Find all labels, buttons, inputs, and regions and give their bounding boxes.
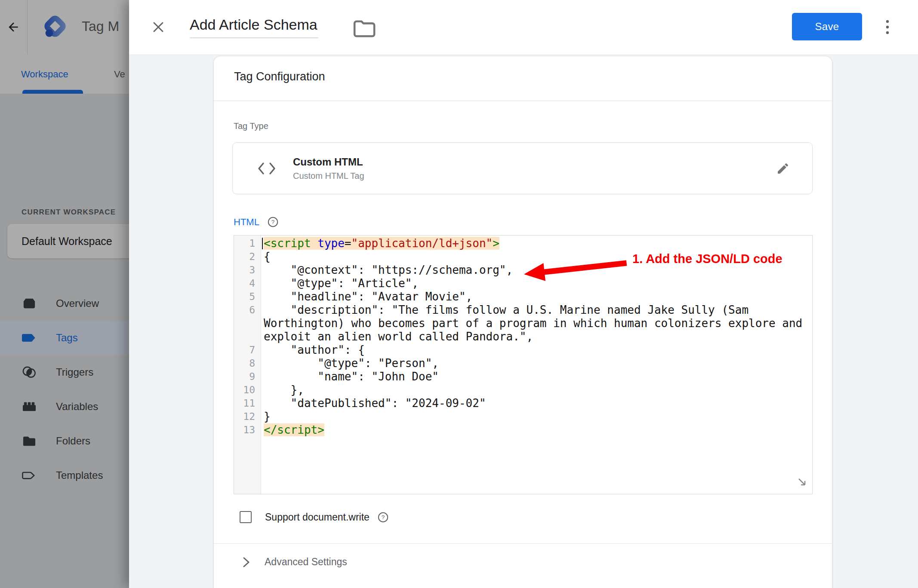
annotation-arrow [521,257,630,284]
advanced-settings-label: Advanced Settings [265,556,347,568]
more-options-button[interactable] [885,19,890,38]
kebab-icon [885,19,890,36]
line-number [234,317,261,330]
help-icon: ? [267,216,279,228]
line-number: 11 [234,397,261,410]
code-text: "@type": "Person", [261,357,439,370]
code-line: 11 "datePublished": "2024-09-02" [234,397,812,410]
tag-type-description: Custom HTML Tag [293,171,364,181]
help-icon: ? [377,511,389,523]
section-title: Tag Configuration [234,70,325,83]
code-text: { [261,250,271,263]
pencil-icon [776,162,790,175]
line-number: 2 [234,250,261,263]
code-line: 12} [234,410,812,423]
line-number: 3 [234,263,261,277]
html-field-label: HTML [234,217,259,228]
code-text: }, [261,383,304,397]
dialog-header: Add Article Schema Save [129,0,918,55]
code-text: </script> [261,423,324,437]
line-number [234,330,261,343]
code-line: 8 "@type": "Person", [234,357,812,370]
code-text: } [261,410,271,423]
line-number: 6 [234,303,261,317]
support-docwrite-checkbox[interactable] [240,511,252,523]
code-line: 9 "name": "John Doe" [234,370,812,383]
code-line: 6 "description": "The films follow a U.S… [234,303,812,317]
line-number: 4 [234,277,261,290]
code-text: "datePublished": "2024-09-02" [261,397,486,410]
line-number: 5 [234,290,261,303]
divider [214,101,832,101]
code-text: "description": "The films follow a U.S. … [261,303,749,317]
tag-name-field[interactable]: Add Article Schema [190,16,318,38]
line-number: 9 [234,370,261,383]
tag-type-label: Tag Type [234,121,268,131]
resize-handle[interactable] [796,475,809,490]
resize-icon [796,475,809,488]
divider [214,543,832,544]
line-number: 13 [234,423,261,437]
svg-text:?: ? [271,219,275,225]
tag-type-text: Custom HTML Custom HTML Tag [293,156,364,181]
close-button[interactable] [152,21,165,34]
code-line: 5 "headline": "Avatar Movie", [234,290,812,303]
text-cursor [262,238,263,249]
html-field-header: HTML ? [234,216,279,228]
chevron-right-icon [241,557,251,568]
edit-tag-type-button[interactable] [776,162,790,177]
code-line: Worthington) who becomes part of a progr… [234,317,812,330]
html-help-button[interactable]: ? [267,216,279,228]
code-line: 10 }, [234,383,812,397]
code-text: Worthington) who becomes part of a progr… [261,317,802,330]
tag-editor-dialog: Add Article Schema Save Tag Configuratio… [129,0,918,588]
code-line: exploit an alien world called Pandora.", [234,330,812,343]
tag-configuration-card: Tag Configuration Tag Type Custom HTML C… [214,56,832,588]
code-line: 13</script> [234,423,812,437]
support-docwrite-row: Support document.write ? [240,511,389,523]
line-number: 8 [234,357,261,370]
gtm-window: Tag M Workspace Ve CURRENT WORKSPACE Def… [0,0,918,588]
svg-text:?: ? [382,514,385,521]
tag-type-name: Custom HTML [293,156,364,168]
advanced-settings-toggle[interactable]: Advanced Settings [241,556,347,568]
background-page: Tag M Workspace Ve CURRENT WORKSPACE Def… [0,0,129,588]
code-text: "@context": "https://schema.org", [261,263,513,277]
line-number: 10 [234,383,261,397]
code-text: "@type": "Article", [261,277,419,290]
close-icon [152,21,165,34]
code-line: 7 "author": { [234,343,812,357]
modal-scrim [0,0,129,588]
folder-icon[interactable] [352,19,376,40]
code-text: "name": "John Doe" [261,370,439,383]
line-number: 12 [234,410,261,423]
code-text: "headline": "Avatar Movie", [261,290,472,303]
annotation-text: 1. Add the JSON/LD code [632,252,782,266]
line-number: 1 [234,237,261,250]
save-button[interactable]: Save [792,13,862,40]
support-docwrite-label: Support document.write [265,511,370,523]
code-text: <script type="application/ld+json"> [261,237,499,250]
code-text: exploit an alien world called Pandora.", [261,330,533,343]
code-brackets-icon [257,161,277,176]
line-number: 7 [234,343,261,357]
tag-type-selector[interactable]: Custom HTML Custom HTML Tag [232,142,813,194]
code-text: "author": { [261,343,365,357]
docwrite-help-button[interactable]: ? [377,511,389,523]
code-line: 1<script type="application/ld+json"> [234,237,812,250]
